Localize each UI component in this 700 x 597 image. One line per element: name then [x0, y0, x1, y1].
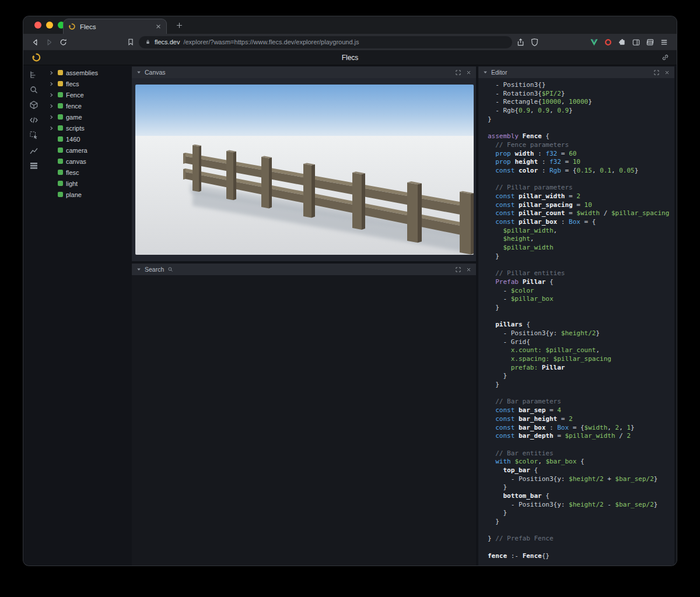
code-line: - Rgb{0.9, 0.9, 0.9}: [488, 107, 674, 115]
search-results-area[interactable]: [132, 275, 476, 566]
editor-panel-header[interactable]: Editor: [478, 66, 674, 78]
activity-bar: [23, 65, 44, 566]
code-line: prefab: Pillar: [488, 364, 674, 373]
record-icon[interactable]: [602, 36, 614, 48]
entity-color-square: [58, 148, 63, 153]
code-line: const bar_box : Box = {$width, 2, 1}: [488, 424, 674, 433]
reload-icon[interactable]: [57, 36, 69, 48]
forward-icon[interactable]: [43, 36, 55, 48]
close-icon[interactable]: [664, 70, 670, 75]
code-line: const pillar_count = $width / $pillar_sp…: [488, 209, 674, 218]
tree-item-game[interactable]: game: [44, 111, 130, 122]
browser-tab[interactable]: Flecs: [63, 19, 167, 34]
code-line: - Grid{: [488, 338, 674, 347]
page-title: Flecs: [23, 50, 677, 65]
close-icon[interactable]: [466, 267, 471, 272]
chart-icon[interactable]: [26, 146, 41, 155]
flecs-favicon-icon: [68, 23, 76, 30]
tree-item-label: flesc: [66, 169, 79, 176]
canvas-3d-render[interactable]: [135, 85, 474, 255]
tree-item-flesc[interactable]: flesc: [44, 167, 130, 178]
minimize-window-button[interactable]: [46, 22, 53, 29]
center-column: Canvas: [132, 66, 476, 566]
close-window-button[interactable]: [34, 22, 41, 29]
puzzle-icon[interactable]: [616, 36, 628, 48]
code-line: }: [488, 518, 674, 526]
tree-item-1460[interactable]: 1460: [44, 134, 130, 145]
chevron-down-icon[interactable]: [483, 70, 488, 75]
code-line: pillars {: [488, 321, 674, 329]
close-icon[interactable]: [466, 70, 471, 75]
code-line: }: [488, 509, 674, 518]
chevron-down-icon[interactable]: [136, 70, 141, 75]
code-line: $height,: [488, 235, 674, 244]
code-line: }: [488, 381, 674, 389]
code-line: const bar_height = 2: [488, 415, 674, 424]
code-line: $pillar_width,: [488, 227, 674, 236]
back-icon[interactable]: [29, 36, 41, 48]
tree-item-plane[interactable]: plane: [44, 189, 130, 200]
entity-color-square: [58, 125, 63, 131]
tree-spacer: [49, 170, 55, 175]
code-line: with $color, $bar_box {: [488, 458, 674, 466]
url-path: /explorer/?wasm=https://www.flecs.dev/ex…: [183, 38, 359, 45]
entity-color-square: [58, 81, 63, 86]
share-icon[interactable]: [514, 36, 526, 48]
tab-close-icon[interactable]: [155, 23, 162, 30]
entity-color-square: [58, 70, 63, 75]
chevron-right-icon[interactable]: [49, 82, 55, 86]
expand-icon[interactable]: [654, 70, 659, 75]
search-icon[interactable]: [26, 85, 41, 94]
search-panel-header[interactable]: Search: [132, 264, 476, 275]
tree-item-fence[interactable]: fence: [44, 100, 130, 111]
code-line: prop height : f32 = 10: [488, 158, 674, 167]
tree-item-camera[interactable]: camera: [44, 145, 130, 156]
cube-icon[interactable]: [26, 100, 41, 110]
code-line: }: [488, 304, 674, 312]
tree-item-scripts[interactable]: scripts: [44, 122, 130, 134]
lock-icon: [145, 38, 151, 45]
code-area[interactable]: - Position3{} - Rotation3{$PI/2} - Recta…: [478, 78, 674, 566]
entity-color-square: [58, 92, 63, 97]
search-panel: Search: [132, 264, 476, 566]
wallet-icon[interactable]: [644, 36, 656, 48]
code-line: - Position3{y: $height/2 + $bar_sep/2}: [488, 475, 674, 484]
code-line: }: [488, 483, 674, 492]
tree-item-assemblies[interactable]: assemblies: [44, 67, 130, 78]
tree-item-label: fence: [66, 103, 82, 110]
code-line: // Bar entities: [488, 449, 674, 458]
chevron-right-icon[interactable]: [49, 126, 55, 131]
expand-icon[interactable]: [456, 70, 461, 75]
canvas-viewport: [132, 78, 476, 261]
search-panel-title: Search: [145, 266, 164, 273]
menu-icon[interactable]: [658, 36, 670, 48]
sidebar-icon[interactable]: [630, 36, 642, 48]
chevron-down-icon[interactable]: [136, 267, 141, 272]
code-line: // Bar parameters: [488, 398, 674, 406]
editor-panel-title: Editor: [491, 69, 507, 76]
code-line: x.spacing: $pillar_spacing: [488, 355, 674, 364]
canvas-panel-header[interactable]: Canvas: [132, 66, 476, 78]
entity-color-square: [58, 103, 63, 108]
code-line: const pillar_width = 2: [488, 192, 674, 201]
shield-icon[interactable]: [528, 36, 540, 48]
vue-logo-icon[interactable]: [588, 36, 600, 48]
new-tab-button[interactable]: [174, 20, 184, 30]
chevron-right-icon[interactable]: [49, 71, 55, 75]
inspect-icon[interactable]: [26, 131, 41, 140]
tree-item-Fence[interactable]: Fence: [44, 89, 130, 100]
chevron-right-icon[interactable]: [49, 115, 55, 120]
tree-item-light[interactable]: light: [44, 178, 130, 189]
chevron-right-icon[interactable]: [49, 104, 55, 108]
outline-icon[interactable]: [26, 70, 41, 79]
tree-item-flecs[interactable]: flecs: [44, 78, 130, 89]
code-icon[interactable]: [26, 115, 41, 125]
code-line: // Pillar entities: [488, 269, 674, 278]
url-bar[interactable]: flecs.dev/explorer/?wasm=https://www.fle…: [139, 36, 512, 48]
rows-icon[interactable]: [26, 161, 41, 170]
tree-item-canvas[interactable]: canvas: [44, 156, 130, 167]
expand-icon[interactable]: [456, 267, 461, 272]
link-icon[interactable]: [661, 53, 670, 62]
chevron-right-icon[interactable]: [49, 93, 55, 97]
bookmark-icon[interactable]: [125, 36, 136, 48]
